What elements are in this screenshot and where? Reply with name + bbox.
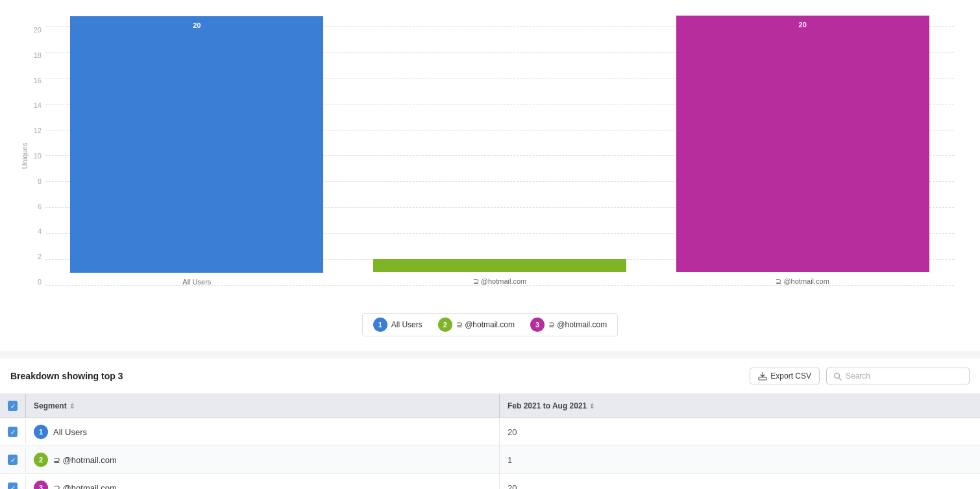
row-checkbox-1[interactable] (0, 420, 26, 444)
bar-label-2: ⊇ @hotmail.com (473, 277, 527, 286)
td-value-1: 20 (500, 421, 980, 444)
th-segment-label: Segment (34, 401, 67, 410)
bar-2 (373, 259, 626, 272)
y-axis: Uniques 0 2 4 6 8 10 12 14 16 18 20 (26, 26, 45, 305)
legend-label-1: All Users (391, 320, 423, 329)
select-all-checkbox[interactable] (8, 401, 18, 411)
chart-area: Uniques 0 2 4 6 8 10 12 14 16 18 20 (26, 13, 954, 305)
table-row: 3 ⊇ @hotmail.com 20 (0, 474, 980, 489)
bar-label-1: All Users (182, 278, 211, 286)
date-sort-icon[interactable]: ⇕ (589, 403, 594, 410)
search-icon (833, 372, 842, 381)
export-label: Export CSV (770, 371, 811, 381)
svg-rect-0 (759, 377, 766, 380)
legend-badge-2: 2 (438, 318, 452, 332)
legend-badge-1: 1 (373, 318, 387, 332)
y-axis-label: Uniques (21, 142, 29, 168)
segment-badge-3: 3 (34, 481, 48, 489)
bars-container: 20 All Users ⊇ @hotmail.com 20 ⊇ @hotmai… (45, 26, 954, 305)
td-segment-3: 3 ⊇ @hotmail.com (26, 474, 500, 489)
table-row: 1 All Users 20 (0, 418, 980, 446)
row-2-checkbox[interactable] (8, 455, 18, 465)
legend-item-2: 2 ⊇ @hotmail.com (438, 318, 515, 332)
legend-label-2: ⊇ @hotmail.com (456, 320, 515, 329)
data-table: Segment ⇕ Feb 2021 to Aug 2021 ⇕ 1 All U… (0, 394, 980, 489)
search-input[interactable] (846, 371, 962, 381)
th-date[interactable]: Feb 2021 to Aug 2021 ⇕ (500, 394, 980, 418)
row-checkbox-3[interactable] (0, 476, 26, 489)
bar-value-3: 20 (799, 21, 807, 29)
td-segment-1: 1 All Users (26, 418, 500, 445)
bar-value-1: 20 (193, 21, 201, 29)
legend-badge-3: 3 (530, 318, 545, 332)
td-value-3: 20 (500, 477, 980, 490)
row-checkbox-2[interactable] (0, 448, 26, 471)
search-box[interactable] (826, 368, 970, 384)
segment-name-2: ⊇ @hotmail.com (53, 455, 117, 465)
table-row: 2 ⊇ @hotmail.com 1 (0, 446, 980, 474)
legend-area: 1 All Users 2 ⊇ @hotmail.com 3 ⊇ @hotmai… (26, 305, 954, 344)
breakdown-section: Breakdown showing top 3 Export CSV (0, 358, 980, 489)
row-3-checkbox[interactable] (8, 483, 18, 489)
bar-group-1: 20 All Users (70, 16, 323, 286)
row-1-checkbox[interactable] (8, 427, 18, 437)
bar-3: 20 (676, 16, 929, 272)
breakdown-header: Breakdown showing top 3 Export CSV (0, 358, 980, 394)
legend-item-1: 1 All Users (373, 318, 423, 332)
td-value-2: 1 (500, 449, 980, 471)
th-segment[interactable]: Segment ⇕ (26, 394, 500, 418)
chart-plot: 20 All Users ⊇ @hotmail.com 20 ⊇ @hotmai… (45, 26, 954, 305)
export-icon (758, 371, 767, 381)
legend-container: 1 All Users 2 ⊇ @hotmail.com 3 ⊇ @hotmai… (362, 313, 618, 336)
segment-name-1: All Users (53, 427, 87, 437)
th-date-label: Feb 2021 to Aug 2021 (508, 401, 587, 410)
bar-1: 20 (70, 16, 323, 273)
export-csv-button[interactable]: Export CSV (750, 368, 820, 384)
chart-section: Uniques 0 2 4 6 8 10 12 14 16 18 20 (0, 0, 980, 351)
segment-sort-icon[interactable]: ⇕ (69, 403, 75, 410)
legend-item-3: 3 ⊇ @hotmail.com (530, 318, 607, 332)
segment-badge-1: 1 (34, 425, 48, 439)
bar-label-3: ⊇ @hotmail.com (776, 277, 829, 286)
legend-label-3: ⊇ @hotmail.com (548, 320, 607, 329)
th-checkbox (0, 394, 26, 418)
segment-badge-2: 2 (34, 453, 48, 467)
breakdown-title: Breakdown showing top 3 (10, 371, 123, 381)
bar-group-3: 20 ⊇ @hotmail.com (676, 16, 929, 286)
bar-group-2: ⊇ @hotmail.com (373, 259, 626, 286)
segment-name-3: ⊇ @hotmail.com (53, 483, 117, 490)
table-header: Segment ⇕ Feb 2021 to Aug 2021 ⇕ (0, 394, 980, 418)
td-segment-2: 2 ⊇ @hotmail.com (26, 446, 500, 473)
breakdown-actions: Export CSV (750, 368, 970, 384)
